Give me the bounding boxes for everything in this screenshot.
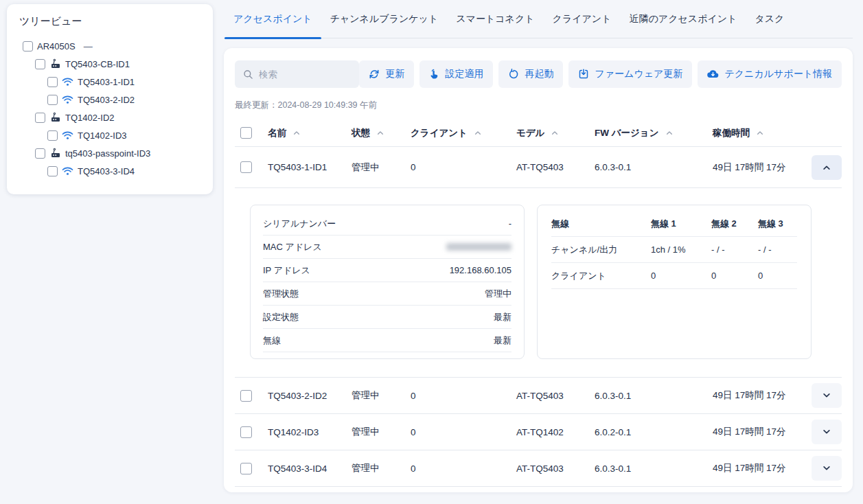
cell-status: 管理中 [352,462,411,474]
cell-clients: 0 [411,427,516,437]
row-detail-section: シリアルナンバー - MAC アドレス IP アドレス 192.168.60.1… [235,188,842,378]
tree-checkbox[interactable] [35,113,45,123]
radio-table-row: チャンネル/出力 1ch / 1% - / - - / - [551,237,797,263]
tree-node-label: TQ1402-ID2 [65,113,115,123]
tree-node-label: TQ5403-3-ID4 [78,166,135,176]
expand-row-button[interactable] [812,420,842,444]
tree-checkbox[interactable] [47,77,58,87]
tab-neighbor-access-points[interactable]: 近隣のアクセスポイント [621,0,746,38]
search-box [235,60,359,88]
detail-field: 管理状態 管理中 [263,282,511,306]
action-buttons: 更新 設定適用 再起動 ファームウェア更新 [359,60,842,88]
tree-node-label: tq5403-passpoint-ID3 [65,148,150,159]
detail-field: MAC アドレス [263,236,511,259]
sort-caret-icon [551,130,558,135]
row-checkbox[interactable] [240,161,252,173]
column-header-clients[interactable]: クライアント [411,127,516,139]
search-input[interactable] [259,69,351,80]
access-point-icon [49,112,61,124]
detail-label: MAC アドレス [263,241,322,253]
chevron-down-icon [822,393,831,398]
tree-checkbox[interactable] [47,130,58,141]
tab-access-points[interactable]: アクセスポイント [225,0,321,38]
tree-checkbox[interactable] [23,41,33,51]
radio-table-row: クライアント 0 0 0 [551,263,797,289]
tree-checkbox[interactable] [47,166,58,176]
apply-config-button[interactable]: 設定適用 [419,60,493,88]
refresh-button-label: 更新 [385,68,404,80]
cell-clients: 0 [411,162,516,172]
cell-name: TQ5403-3-ID4 [268,463,352,474]
detail-field: IP アドレス 192.168.60.105 [263,259,511,282]
detail-label: 無線 [263,334,281,347]
column-header-model[interactable]: モデル [516,127,595,139]
tree-checkbox[interactable] [47,95,58,105]
detail-value: 最新 [494,334,511,347]
select-all-checkbox[interactable] [240,127,252,139]
cell-model: AT-TQ5403 [516,391,595,401]
tree-node-tq1402-id3: TQ1402-ID3 [19,126,206,144]
firmware-update-button[interactable]: ファームウェア更新 [568,60,692,88]
tech-support-button[interactable]: テクニカルサポート情報 [698,60,842,88]
tree-node-label: TQ5403-1-ID1 [78,77,135,87]
mac-address-redacted [446,243,511,251]
tab-clients[interactable]: クライアント [544,0,621,38]
firmware-download-icon [578,69,589,80]
restart-icon [508,69,519,80]
column-header-fw-version[interactable]: FW バージョン [595,127,713,139]
column-header-uptime[interactable]: 稼働時間 [713,127,803,139]
cell-status: 管理中 [352,161,411,174]
chevron-down-icon [822,466,831,471]
tab-channel-blanket[interactable]: チャンネルブランケット [321,0,448,38]
cell-model: AT-TQ1402 [516,427,595,437]
cell-name: TQ1402-ID3 [268,427,352,437]
tree-node-label: TQ5403-2-ID2 [78,95,135,105]
tree-collapse-toggle[interactable]: — [84,41,93,51]
column-header-status[interactable]: 状態 [352,127,411,139]
detail-label: シリアルナンバー [263,218,336,230]
tree-view-title: ツリービュー [19,15,206,28]
wifi-icon [62,76,73,88]
column-header-name[interactable]: 名前 [268,127,352,139]
table-row: TQ5403-3-ID4 管理中 0 AT-TQ5403 6.0.3-0.1 4… [235,450,842,487]
reboot-button[interactable]: 再起動 [498,60,563,88]
detail-field: 無線 最新 [263,329,511,352]
tab-tasks[interactable]: タスク [746,0,793,38]
device-info-card: シリアルナンバー - MAC アドレス IP アドレス 192.168.60.1… [250,205,525,359]
access-point-icon [49,148,61,159]
tab-smart-connect[interactable]: スマートコネクト [447,0,543,38]
sort-caret-icon [377,130,384,135]
collapse-row-button[interactable] [812,155,842,180]
tree-node-label: AR4050S [37,41,76,51]
row-checkbox[interactable] [240,463,252,474]
cell-clients: 0 [411,391,516,401]
table-row: TQ5403-2-ID2 管理中 0 AT-TQ5403 6.0.3-0.1 4… [235,378,842,414]
search-icon [243,69,253,80]
cell-uptime: 49日 17時間 17分 [713,389,803,402]
chevron-down-icon [822,429,831,435]
tree-node-tq5403-2-id2: TQ5403-2-ID2 [19,91,206,108]
table-row: TQ1402-ID3 管理中 0 AT-TQ1402 6.0.2-0.1 49日… [235,414,842,450]
sort-caret-icon [474,130,481,135]
cell-clients: 0 [411,463,516,474]
row-checkbox[interactable] [240,390,252,402]
tree-view-panel: ツリービュー AR4050S — TQ5403-CB-ID1 TQ5403-1-… [7,4,213,194]
wifi-icon [62,130,73,141]
sort-caret-icon [666,130,673,135]
apply-config-button-label: 設定適用 [445,68,483,80]
firmware-update-button-label: ファームウェア更新 [595,68,682,80]
detail-field: 設定状態 最新 [263,306,511,329]
detail-value: 192.168.60.105 [450,265,511,275]
cloud-download-icon [707,69,719,79]
detail-field: シリアルナンバー - [263,212,511,236]
tree-node-tq1402-id2: TQ1402-ID2 [19,108,206,126]
refresh-icon [369,69,380,80]
cell-model: AT-TQ5403 [516,463,595,474]
tree-checkbox[interactable] [35,148,45,159]
row-checkbox[interactable] [240,426,252,438]
expand-row-button[interactable] [812,456,842,481]
cell-model: AT-TQ5403 [516,162,595,172]
refresh-button[interactable]: 更新 [359,60,414,88]
tree-checkbox[interactable] [35,59,45,69]
expand-row-button[interactable] [812,383,842,408]
